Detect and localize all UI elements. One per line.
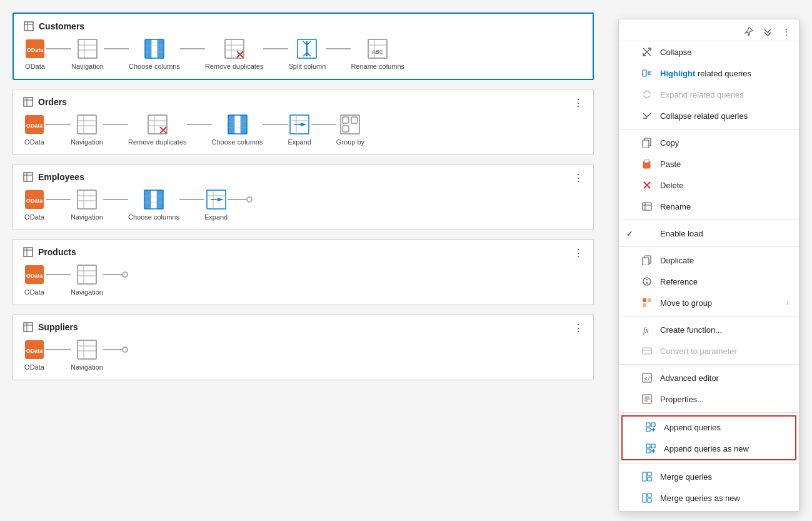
query-menu-dots-suppliers[interactable]: ⋮ <box>573 322 584 334</box>
menu-icon-expand-related <box>640 88 654 101</box>
step-remove-dup-customers[interactable]: Remove duplicates <box>205 38 264 70</box>
step-connector <box>46 199 71 200</box>
more-icon[interactable]: ⋮ <box>779 24 794 39</box>
step-odata-suppliers[interactable]: OData OData <box>23 338 46 371</box>
step-icon-expand <box>288 113 311 136</box>
query-menu-dots-employees[interactable]: ⋮ <box>573 172 584 184</box>
menu-item-move-to-group[interactable]: Move to group› <box>619 292 799 313</box>
step-remove-dup-orders[interactable]: Remove duplicates <box>128 113 187 146</box>
step-icon-nav <box>76 263 98 286</box>
svg-rect-133 <box>648 472 651 476</box>
step-connector <box>187 124 212 125</box>
step-choose-cols-employees[interactable]: Choose columns <box>128 188 179 221</box>
menu-item-duplicate[interactable]: Duplicate <box>619 250 799 271</box>
menu-item-advanced-editor[interactable]: </>Advanced editor <box>619 367 799 388</box>
step-split-col-customers[interactable]: Split column <box>288 38 326 70</box>
step-odata-products[interactable]: OData OData <box>23 263 46 296</box>
step-icon-nav <box>76 338 98 361</box>
step-label-nav: Navigation <box>71 213 103 221</box>
svg-rect-132 <box>643 472 646 481</box>
step-label-remove-dup: Remove duplicates <box>205 63 264 70</box>
menu-label-collapse-related: Collapse related queries <box>660 111 789 121</box>
menu-item-enable-load[interactable]: ✓Enable load <box>619 223 799 244</box>
menu-item-collapse-related[interactable]: Collapse related queries <box>619 105 799 126</box>
menu-label-copy: Copy <box>660 138 789 148</box>
step-icon-choose-cols <box>143 188 165 211</box>
collapse-icon[interactable] <box>760 24 775 39</box>
step-odata-orders[interactable]: OData OData <box>23 113 46 146</box>
menu-separator <box>619 246 799 247</box>
step-nav-employees[interactable]: Navigation <box>71 188 103 221</box>
step-label-split-col: Split column <box>288 63 326 70</box>
svg-rect-126 <box>646 423 650 427</box>
query-card-employees[interactable]: Employees OData OData Navigation Choose … <box>13 164 594 230</box>
query-card-suppliers[interactable]: Suppliers OData OData Navigation⋮ <box>13 314 594 380</box>
svg-rect-118 <box>643 348 651 354</box>
menu-label-expand-related: Expand related queries <box>660 90 789 99</box>
svg-rect-96 <box>643 70 646 76</box>
svg-rect-11 <box>158 39 164 58</box>
step-odata-employees[interactable]: OData OData <box>23 188 46 221</box>
menu-item-properties[interactable]: Properties... <box>619 388 799 410</box>
menu-item-create-function[interactable]: fxCreate function... <box>619 319 799 340</box>
step-icon-odata: OData <box>23 263 46 286</box>
svg-rect-114 <box>643 298 646 302</box>
step-connector <box>103 124 128 125</box>
menu-separator <box>619 364 799 365</box>
pin-icon[interactable] <box>741 24 756 39</box>
menu-item-append-queries[interactable]: Append queries <box>623 417 795 438</box>
step-label-odata: OData <box>24 138 44 146</box>
step-label-choose-cols: Choose columns <box>128 213 179 221</box>
step-connector <box>179 199 204 200</box>
menu-item-append-queries-new[interactable]: Append queries as new <box>623 438 795 459</box>
step-label-odata: OData <box>24 363 44 371</box>
menu-label-enable-load: Enable load <box>660 229 789 238</box>
menu-item-copy[interactable]: Copy <box>619 132 799 153</box>
svg-text:ABC: ABC <box>372 49 384 55</box>
svg-rect-129 <box>646 444 650 448</box>
step-rename-cols-customers[interactable]: ABC Rename columns <box>351 38 404 70</box>
step-nav-orders[interactable]: Navigation <box>71 113 103 146</box>
step-odata-customers[interactable]: OData OData <box>24 38 46 70</box>
menu-item-delete[interactable]: Delete <box>619 175 799 196</box>
query-card-customers[interactable]: Customers OData OData Navigation Choose … <box>13 13 594 80</box>
menu-icon-properties <box>640 392 654 406</box>
menu-item-rename[interactable]: Rename <box>619 196 799 217</box>
step-choose-cols-customers[interactable]: Choose columns <box>129 38 180 70</box>
menu-item-reference[interactable]: Reference <box>619 271 799 292</box>
query-card-products[interactable]: Products OData OData Navigation⋮ <box>13 239 594 305</box>
step-expand-orders[interactable]: Expand <box>288 113 311 146</box>
menu-item-collapse[interactable]: Collapse <box>619 41 799 63</box>
query-menu-dots-orders[interactable]: ⋮ <box>573 97 584 109</box>
step-connector <box>326 48 351 49</box>
menu-item-paste[interactable]: Paste <box>619 153 799 175</box>
svg-rect-115 <box>648 298 651 302</box>
end-circle <box>122 271 128 278</box>
step-icon-groupby <box>339 113 361 136</box>
step-groupby-orders[interactable]: Group by <box>336 113 364 146</box>
menu-icon-merge-new <box>640 491 654 505</box>
step-choose-cols-orders[interactable]: Choose columns <box>212 113 263 146</box>
step-nav-customers[interactable]: Navigation <box>71 38 104 70</box>
svg-rect-127 <box>651 423 655 427</box>
query-menu-dots-products[interactable]: ⋮ <box>573 247 584 259</box>
step-label-nav: Navigation <box>71 363 103 371</box>
step-icon-odata: OData <box>24 38 46 60</box>
menu-item-highlight-related[interactable]: Highlight related queries <box>619 63 799 84</box>
step-icon-choose-cols <box>143 38 166 60</box>
menu-item-merge-queries-new[interactable]: Merge queries as new <box>619 487 799 508</box>
menu-label-delete: Delete <box>660 181 789 190</box>
step-connector <box>46 48 71 49</box>
query-card-orders[interactable]: Orders OData OData Navigation Remove dup… <box>13 89 594 155</box>
steps-row-customers: OData OData Navigation Choose columns Re… <box>24 38 583 70</box>
menu-label-paste: Paste <box>660 159 789 169</box>
svg-rect-56 <box>343 126 349 132</box>
svg-rect-45 <box>241 115 247 134</box>
menu-item-merge-queries[interactable]: Merge queries <box>619 466 799 487</box>
step-connector <box>46 124 71 125</box>
step-nav-products[interactable]: Navigation <box>71 263 103 296</box>
svg-rect-55 <box>343 117 349 123</box>
step-expand-employees[interactable]: Expand <box>204 188 228 221</box>
step-label-odata: OData <box>24 288 44 296</box>
step-nav-suppliers[interactable]: Navigation <box>71 338 103 371</box>
